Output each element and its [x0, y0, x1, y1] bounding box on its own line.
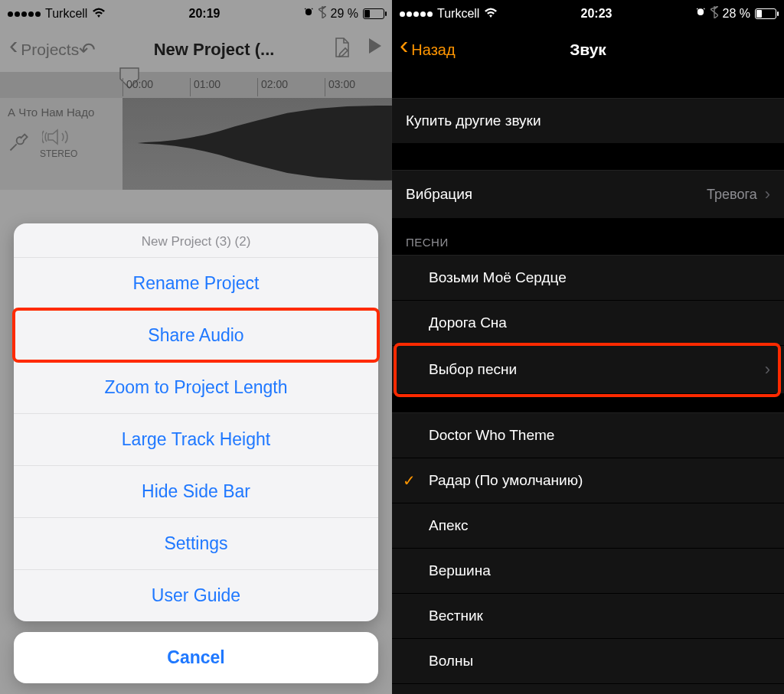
right-screenshot: Turkcell 20:23 28 % Назад: [392, 0, 784, 694]
cell-label: Выбор песни: [429, 361, 517, 378]
cell-label: Вибрация: [406, 186, 472, 203]
ringtone-cell[interactable]: Волны: [392, 639, 784, 684]
ringtone-cell[interactable]: Вершина: [392, 549, 784, 594]
cell-label: Возьми Моё Сердце: [429, 269, 567, 286]
battery-icon: [755, 8, 776, 19]
action-sheet: New Project (3) (2) Rename ProjectShare …: [14, 223, 378, 621]
status-time: 20:23: [581, 7, 612, 21]
action-sheet-item[interactable]: Large Track Height: [14, 413, 378, 465]
nav-title: Звук: [570, 41, 606, 59]
cell-label: Купить другие звуки: [406, 112, 541, 129]
nav-bar: Назад Звук: [392, 28, 784, 72]
ringtone-cell[interactable]: Апекс: [392, 503, 784, 549]
cancel-button[interactable]: Cancel: [14, 632, 378, 683]
chevron-left-icon: [400, 41, 408, 59]
cell-label: Дорога Сна: [429, 314, 507, 331]
left-screenshot: Turkcell 20:19 29 %: [0, 0, 392, 694]
settings-list: Купить другие звуки Вибрация Тревога › П…: [392, 72, 784, 694]
back-button[interactable]: Назад: [400, 41, 456, 59]
ringtone-cell[interactable]: ✓Радар (По умолчанию): [392, 458, 784, 503]
cell-label: Волны: [429, 653, 473, 670]
ringtone-cell[interactable]: Вестник: [392, 594, 784, 639]
action-sheet-title: New Project (3) (2): [14, 223, 378, 257]
action-sheet-item[interactable]: User Guide: [14, 569, 378, 621]
song-cell[interactable]: Возьми Моё Сердце: [392, 255, 784, 301]
cell-label: Радар (По умолчанию): [429, 472, 583, 489]
wifi-icon: [484, 8, 498, 21]
songs-header: ПЕСНИ: [392, 219, 784, 255]
alarm-icon: [695, 7, 706, 21]
vibration-cell[interactable]: Вибрация Тревога ›: [392, 170, 784, 219]
cell-label: Вестник: [429, 608, 483, 624]
cell-label: Doctor Who Theme: [429, 427, 554, 444]
song-cell[interactable]: Дорога Сна: [392, 301, 784, 346]
cell-label: Апекс: [429, 517, 469, 534]
action-sheet-item[interactable]: Share Audio: [14, 309, 378, 361]
carrier-label: Turkcell: [437, 7, 479, 21]
status-bar: Turkcell 20:23 28 %: [392, 0, 784, 28]
battery-pct: 28 %: [723, 7, 750, 21]
back-label: Назад: [411, 41, 455, 59]
signal-dots-icon: [400, 11, 433, 17]
buy-ringtones-cell[interactable]: Купить другие звуки: [392, 98, 784, 144]
checkmark-icon: ✓: [403, 471, 416, 490]
song-cell[interactable]: Выбор песни›: [392, 346, 784, 394]
ringtone-cell[interactable]: Вступление: [392, 684, 784, 694]
bluetooth-icon: [710, 6, 718, 21]
cell-detail: Тревога: [707, 187, 757, 203]
cell-label: Вершина: [429, 562, 491, 579]
ringtone-cell[interactable]: Doctor Who Theme: [392, 412, 784, 458]
action-sheet-item[interactable]: Hide Side Bar: [14, 465, 378, 517]
action-sheet-item[interactable]: Rename Project: [14, 257, 378, 309]
chevron-right-icon: ›: [765, 184, 770, 204]
action-sheet-item[interactable]: Zoom to Project Length: [14, 361, 378, 413]
chevron-right-icon: ›: [765, 360, 770, 380]
action-sheet-item[interactable]: Settings: [14, 517, 378, 569]
